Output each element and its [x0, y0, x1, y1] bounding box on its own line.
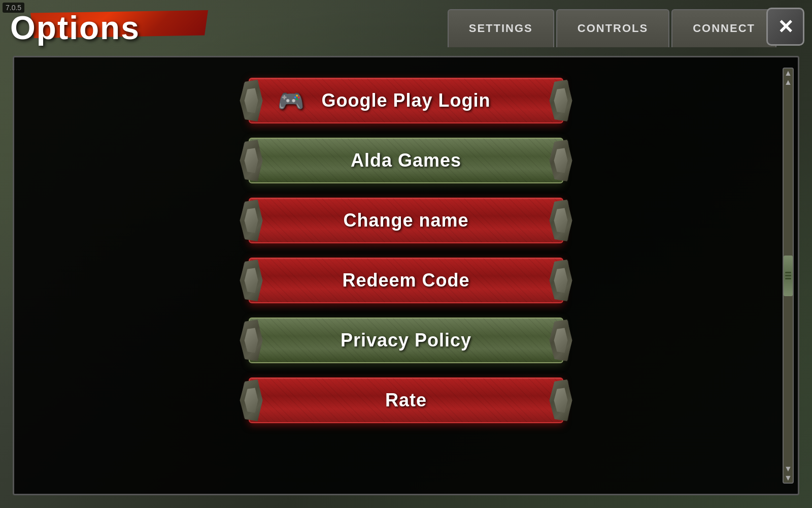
page-title: Options	[10, 9, 140, 47]
scrollbar[interactable]: ▲▲ ▼▼	[783, 68, 794, 484]
rate-button[interactable]: Rate	[249, 377, 563, 423]
gamepad-icon: 🎮	[278, 88, 304, 113]
header: Options SETTINGS CONTROLS CONNECT	[0, 0, 812, 56]
tab-bar: SETTINGS CONTROLS CONNECT	[448, 9, 776, 47]
change-name-button[interactable]: Change name	[249, 198, 563, 243]
buttons-container: 🎮 Google Play Login Alda Games Change na…	[24, 73, 788, 423]
btn-right-handle	[548, 320, 573, 361]
title-area: Options	[0, 9, 330, 47]
tab-settings[interactable]: SETTINGS	[448, 9, 554, 47]
redeem-code-label: Redeem Code	[342, 270, 469, 291]
main-panel: ▲▲ ▼▼ 🎮 Google Play Login Alda Games	[13, 56, 799, 495]
btn-left-handle	[239, 200, 264, 241]
scroll-down-icon: ▼▼	[784, 464, 792, 483]
btn-left-handle	[239, 379, 264, 421]
google-play-login-button[interactable]: 🎮 Google Play Login	[249, 78, 563, 123]
btn-left-handle	[239, 260, 264, 301]
google-play-login-label: Google Play Login	[321, 90, 490, 111]
redeem-code-button[interactable]: Redeem Code	[249, 258, 563, 303]
tab-connect[interactable]: CONNECT	[671, 9, 776, 47]
tab-controls[interactable]: CONTROLS	[556, 9, 669, 47]
scroll-up-icon: ▲▲	[784, 69, 792, 87]
alda-games-label: Alda Games	[351, 150, 461, 171]
btn-right-handle	[548, 379, 573, 421]
btn-left-handle	[239, 320, 264, 361]
change-name-label: Change name	[343, 210, 468, 231]
grip-line	[785, 272, 791, 273]
btn-right-handle	[548, 80, 573, 121]
alda-games-button[interactable]: Alda Games	[249, 138, 563, 183]
scroll-up-button[interactable]: ▲▲	[783, 71, 793, 85]
btn-left-handle	[239, 80, 264, 121]
scroll-down-button[interactable]: ▼▼	[783, 466, 793, 481]
scroll-grip[interactable]	[784, 256, 793, 296]
privacy-policy-button[interactable]: Privacy Policy	[249, 318, 563, 363]
close-button[interactable]	[766, 8, 804, 46]
grip-line	[785, 278, 791, 279]
rate-label: Rate	[385, 390, 427, 411]
privacy-policy-label: Privacy Policy	[341, 330, 471, 351]
btn-left-handle	[239, 140, 264, 181]
btn-right-handle	[548, 200, 573, 241]
btn-right-handle	[548, 260, 573, 301]
btn-right-handle	[548, 140, 573, 181]
grip-line	[785, 275, 791, 276]
